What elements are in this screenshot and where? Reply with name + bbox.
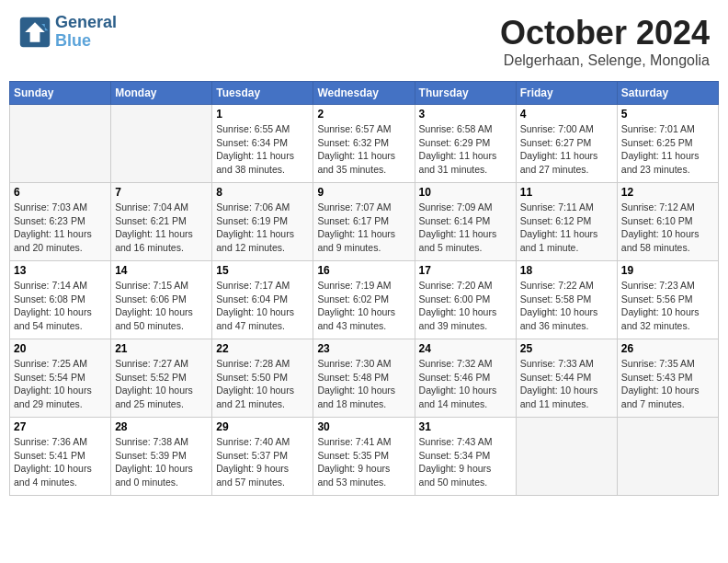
calendar-cell: 26Sunrise: 7:35 AM Sunset: 5:43 PM Dayli… bbox=[617, 339, 718, 418]
weekday-header-friday: Friday bbox=[516, 82, 617, 105]
day-info: Sunrise: 7:32 AM Sunset: 5:46 PM Dayligh… bbox=[419, 357, 512, 411]
day-number: 11 bbox=[520, 186, 613, 199]
calendar-cell: 19Sunrise: 7:23 AM Sunset: 5:56 PM Dayli… bbox=[617, 261, 718, 339]
day-info: Sunrise: 7:15 AM Sunset: 6:06 PM Dayligh… bbox=[115, 279, 208, 333]
day-info: Sunrise: 7:22 AM Sunset: 5:58 PM Dayligh… bbox=[520, 279, 613, 333]
weekday-header-saturday: Saturday bbox=[617, 82, 718, 105]
calendar-table: SundayMondayTuesdayWednesdayThursdayFrid… bbox=[9, 81, 719, 496]
weekday-header-tuesday: Tuesday bbox=[212, 82, 313, 105]
day-info: Sunrise: 6:58 AM Sunset: 6:29 PM Dayligh… bbox=[419, 122, 512, 177]
calendar-cell bbox=[516, 418, 617, 496]
day-info: Sunrise: 7:09 AM Sunset: 6:14 PM Dayligh… bbox=[419, 201, 512, 255]
calendar-cell bbox=[617, 418, 718, 496]
day-number: 20 bbox=[14, 342, 107, 355]
calendar-cell: 22Sunrise: 7:28 AM Sunset: 5:50 PM Dayli… bbox=[212, 339, 313, 418]
calendar-cell: 13Sunrise: 7:14 AM Sunset: 6:08 PM Dayli… bbox=[10, 261, 111, 339]
day-number: 23 bbox=[317, 342, 410, 355]
day-number: 26 bbox=[621, 342, 714, 355]
day-info: Sunrise: 7:23 AM Sunset: 5:56 PM Dayligh… bbox=[621, 279, 714, 333]
day-info: Sunrise: 7:35 AM Sunset: 5:43 PM Dayligh… bbox=[621, 357, 714, 411]
day-info: Sunrise: 7:01 AM Sunset: 6:25 PM Dayligh… bbox=[621, 122, 714, 177]
day-number: 12 bbox=[621, 186, 714, 199]
calendar-row: 27Sunrise: 7:36 AM Sunset: 5:41 PM Dayli… bbox=[10, 418, 719, 496]
day-info: Sunrise: 7:27 AM Sunset: 5:52 PM Dayligh… bbox=[115, 357, 208, 411]
day-number: 14 bbox=[115, 264, 208, 277]
calendar-cell: 3Sunrise: 6:58 AM Sunset: 6:29 PM Daylig… bbox=[415, 105, 516, 183]
day-number: 27 bbox=[14, 420, 107, 433]
day-number: 22 bbox=[216, 342, 309, 355]
title-section: October 2024 Delgerhaan, Selenge, Mongol… bbox=[500, 14, 710, 69]
calendar-cell: 30Sunrise: 7:41 AM Sunset: 5:35 PM Dayli… bbox=[313, 418, 415, 496]
day-number: 24 bbox=[419, 342, 512, 355]
day-number: 15 bbox=[216, 264, 309, 277]
calendar-cell bbox=[10, 105, 111, 183]
weekday-header-wednesday: Wednesday bbox=[313, 82, 415, 105]
calendar-cell: 11Sunrise: 7:11 AM Sunset: 6:12 PM Dayli… bbox=[516, 183, 617, 261]
weekday-header-sunday: Sunday bbox=[10, 82, 111, 105]
calendar-cell: 31Sunrise: 7:43 AM Sunset: 5:34 PM Dayli… bbox=[415, 418, 516, 496]
day-number: 6 bbox=[14, 186, 107, 199]
day-number: 10 bbox=[419, 186, 512, 199]
day-number: 30 bbox=[317, 420, 410, 433]
day-info: Sunrise: 7:41 AM Sunset: 5:35 PM Dayligh… bbox=[317, 435, 410, 489]
location-subtitle: Delgerhaan, Selenge, Mongolia bbox=[500, 52, 710, 69]
day-info: Sunrise: 7:04 AM Sunset: 6:21 PM Dayligh… bbox=[115, 201, 208, 255]
day-number: 17 bbox=[419, 264, 512, 277]
day-info: Sunrise: 6:55 AM Sunset: 6:34 PM Dayligh… bbox=[216, 122, 309, 177]
calendar-row: 20Sunrise: 7:25 AM Sunset: 5:54 PM Dayli… bbox=[10, 339, 719, 418]
calendar-header: SundayMondayTuesdayWednesdayThursdayFrid… bbox=[10, 82, 719, 105]
day-info: Sunrise: 7:30 AM Sunset: 5:48 PM Dayligh… bbox=[317, 357, 410, 411]
weekday-header-row: SundayMondayTuesdayWednesdayThursdayFrid… bbox=[10, 82, 719, 105]
day-number: 3 bbox=[419, 108, 512, 121]
calendar-cell: 8Sunrise: 7:06 AM Sunset: 6:19 PM Daylig… bbox=[212, 183, 313, 261]
calendar-cell: 29Sunrise: 7:40 AM Sunset: 5:37 PM Dayli… bbox=[212, 418, 313, 496]
day-info: Sunrise: 7:33 AM Sunset: 5:44 PM Dayligh… bbox=[520, 357, 613, 411]
page-header: General Blue October 2024 Delgerhaan, Se… bbox=[9, 9, 719, 74]
day-number: 7 bbox=[115, 186, 208, 199]
day-info: Sunrise: 7:38 AM Sunset: 5:39 PM Dayligh… bbox=[115, 435, 208, 489]
day-info: Sunrise: 7:40 AM Sunset: 5:37 PM Dayligh… bbox=[216, 435, 309, 489]
day-info: Sunrise: 7:19 AM Sunset: 6:02 PM Dayligh… bbox=[317, 279, 410, 333]
day-info: Sunrise: 7:14 AM Sunset: 6:08 PM Dayligh… bbox=[14, 279, 107, 333]
logo-icon bbox=[18, 16, 51, 49]
calendar-cell: 18Sunrise: 7:22 AM Sunset: 5:58 PM Dayli… bbox=[516, 261, 617, 339]
day-info: Sunrise: 7:07 AM Sunset: 6:17 PM Dayligh… bbox=[317, 201, 410, 255]
calendar-row: 1Sunrise: 6:55 AM Sunset: 6:34 PM Daylig… bbox=[10, 105, 719, 183]
day-info: Sunrise: 7:28 AM Sunset: 5:50 PM Dayligh… bbox=[216, 357, 309, 411]
logo-text: General Blue bbox=[55, 14, 117, 51]
calendar-cell: 15Sunrise: 7:17 AM Sunset: 6:04 PM Dayli… bbox=[212, 261, 313, 339]
day-info: Sunrise: 7:12 AM Sunset: 6:10 PM Dayligh… bbox=[621, 201, 714, 255]
day-number: 5 bbox=[621, 108, 714, 121]
logo: General Blue bbox=[18, 14, 117, 51]
day-number: 28 bbox=[115, 420, 208, 433]
day-number: 31 bbox=[419, 420, 512, 433]
day-number: 13 bbox=[14, 264, 107, 277]
calendar-row: 6Sunrise: 7:03 AM Sunset: 6:23 PM Daylig… bbox=[10, 183, 719, 261]
day-info: Sunrise: 7:17 AM Sunset: 6:04 PM Dayligh… bbox=[216, 279, 309, 333]
day-number: 21 bbox=[115, 342, 208, 355]
calendar-cell: 16Sunrise: 7:19 AM Sunset: 6:02 PM Dayli… bbox=[313, 261, 415, 339]
day-info: Sunrise: 7:03 AM Sunset: 6:23 PM Dayligh… bbox=[14, 201, 107, 255]
month-title: October 2024 bbox=[500, 14, 710, 52]
day-number: 4 bbox=[520, 108, 613, 121]
calendar-cell: 28Sunrise: 7:38 AM Sunset: 5:39 PM Dayli… bbox=[111, 418, 212, 496]
day-info: Sunrise: 7:06 AM Sunset: 6:19 PM Dayligh… bbox=[216, 201, 309, 255]
day-info: Sunrise: 7:36 AM Sunset: 5:41 PM Dayligh… bbox=[14, 435, 107, 489]
weekday-header-monday: Monday bbox=[111, 82, 212, 105]
day-number: 8 bbox=[216, 186, 309, 199]
day-number: 29 bbox=[216, 420, 309, 433]
day-info: Sunrise: 7:25 AM Sunset: 5:54 PM Dayligh… bbox=[14, 357, 107, 411]
calendar-cell: 23Sunrise: 7:30 AM Sunset: 5:48 PM Dayli… bbox=[313, 339, 415, 418]
day-info: Sunrise: 7:11 AM Sunset: 6:12 PM Dayligh… bbox=[520, 201, 613, 255]
calendar-cell: 5Sunrise: 7:01 AM Sunset: 6:25 PM Daylig… bbox=[617, 105, 718, 183]
day-info: Sunrise: 7:20 AM Sunset: 6:00 PM Dayligh… bbox=[419, 279, 512, 333]
calendar-cell: 1Sunrise: 6:55 AM Sunset: 6:34 PM Daylig… bbox=[212, 105, 313, 183]
day-number: 19 bbox=[621, 264, 714, 277]
calendar-cell: 24Sunrise: 7:32 AM Sunset: 5:46 PM Dayli… bbox=[415, 339, 516, 418]
day-number: 9 bbox=[317, 186, 410, 199]
calendar-cell: 9Sunrise: 7:07 AM Sunset: 6:17 PM Daylig… bbox=[313, 183, 415, 261]
day-number: 1 bbox=[216, 108, 309, 121]
calendar-cell: 6Sunrise: 7:03 AM Sunset: 6:23 PM Daylig… bbox=[10, 183, 111, 261]
day-number: 18 bbox=[520, 264, 613, 277]
calendar-cell: 10Sunrise: 7:09 AM Sunset: 6:14 PM Dayli… bbox=[415, 183, 516, 261]
